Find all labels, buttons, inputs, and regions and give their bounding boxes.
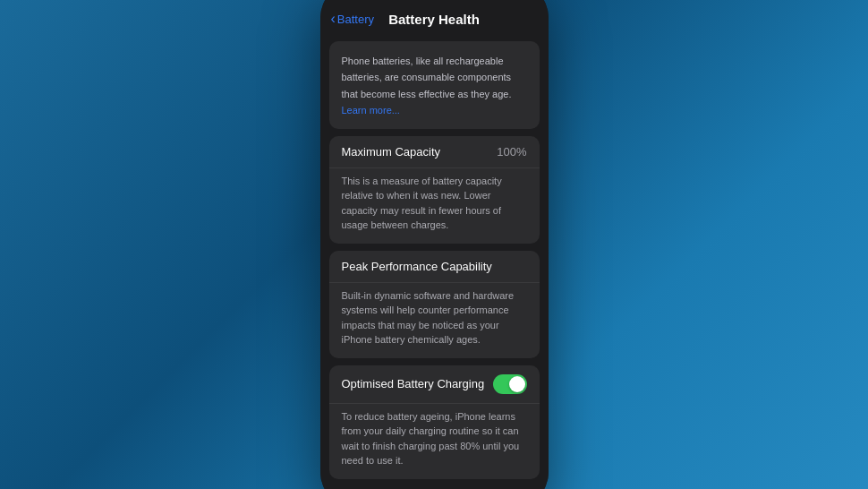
info-card: Phone batteries, like all rechargeable b… <box>329 41 540 129</box>
home-indicator <box>320 486 549 490</box>
maximum-capacity-card: Maximum Capacity 100% This is a measure … <box>329 136 540 244</box>
peak-performance-row: Peak Performance Capability <box>329 251 540 283</box>
chevron-left-icon: ‹ <box>331 12 336 26</box>
wifi-icon: ▾ <box>500 0 505 1</box>
page-title: Battery Health <box>388 12 480 27</box>
back-label: Battery <box>337 13 374 26</box>
toggle-knob <box>509 376 525 392</box>
optimised-charging-card: Optimised Battery Charging To reduce bat… <box>329 365 540 479</box>
optimised-charging-toggle[interactable] <box>493 374 527 394</box>
status-icons: ▾ <box>481 0 531 1</box>
status-time: 10:43 <box>338 0 370 3</box>
peak-performance-description: Built-in dynamic software and hardware s… <box>329 283 540 358</box>
back-button[interactable]: ‹ Battery <box>331 12 375 26</box>
optimised-charging-row: Optimised Battery Charging <box>329 365 540 404</box>
maximum-capacity-value: 100% <box>497 145 526 159</box>
optimised-charging-label: Optimised Battery Charging <box>342 377 485 390</box>
maximum-capacity-description: This is a measure of battery capacity re… <box>329 168 540 244</box>
optimised-charging-description: To reduce battery ageing, iPhone learns … <box>329 404 540 479</box>
maximum-capacity-row: Maximum Capacity 100% <box>329 136 540 168</box>
peak-performance-label: Peak Performance Capability <box>342 260 492 273</box>
maximum-capacity-label: Maximum Capacity <box>342 145 441 159</box>
content-area: Phone batteries, like all rechargeable b… <box>320 34 549 486</box>
phone-container: 10:43 ▾ ‹ Battery Battery Health <box>320 0 549 489</box>
peak-performance-card: Peak Performance Capability Built-in dyn… <box>329 251 540 358</box>
learn-more-link[interactable]: Learn more... <box>342 105 400 116</box>
info-text: Phone batteries, like all rechargeable b… <box>342 56 512 116</box>
nav-bar: ‹ Battery Battery Health <box>320 6 549 34</box>
